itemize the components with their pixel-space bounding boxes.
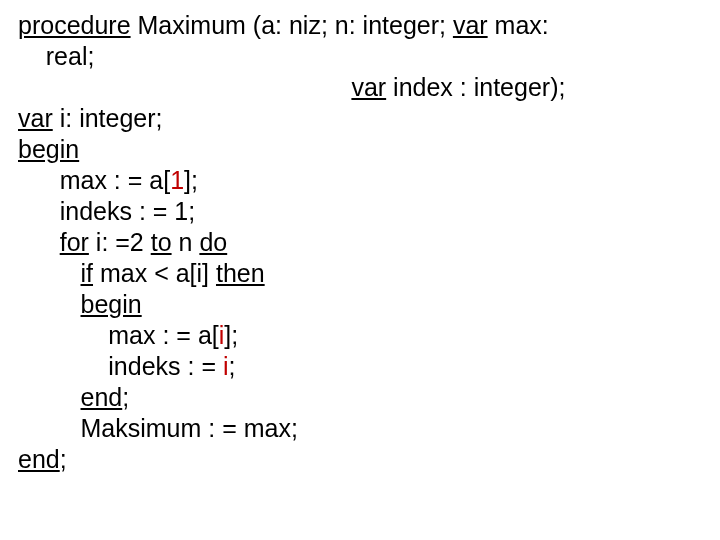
code-text: i: integer; [53,104,163,132]
code-text: indeks : = [18,352,223,380]
code-text: ]; [224,321,238,349]
indent [18,228,60,256]
code-text: max : = a[ [18,321,219,349]
code-text: n [172,228,200,256]
keyword-to: to [151,228,172,256]
keyword-then: then [216,259,265,287]
literal-one: 1 [170,166,184,194]
keyword-end: end [81,383,123,411]
code-text: ; [122,383,129,411]
keyword-begin: begin [18,135,79,163]
keyword-var: var [18,104,53,132]
keyword-for: for [60,228,89,256]
header-text: Maximum (a: niz; n: integer; [131,11,453,39]
code-slide: procedure Maximum (a: niz; n: integer; v… [0,0,720,540]
code-text: max : = a[ [18,166,170,194]
code-text: ]; [184,166,198,194]
code-text: i: =2 [89,228,151,256]
keyword-var: var [351,73,386,101]
keyword-begin: begin [81,290,142,318]
code-text: index : integer); [386,73,565,101]
indent [18,259,81,287]
code-text: ; [60,445,67,473]
indent [18,290,81,318]
keyword-do: do [199,228,227,256]
code-text: ; [229,352,236,380]
keyword-if: if [81,259,94,287]
keyword-procedure: procedure [18,11,131,39]
code-line: real; [18,42,94,70]
keyword-var: var [453,11,488,39]
keyword-end: end [18,445,60,473]
code-text: max < a[i] [93,259,216,287]
code-line: Maksimum : = max; [18,414,298,442]
header-tail: max: [488,11,556,39]
indent [18,383,81,411]
indent [18,73,351,101]
code-line: indeks : = 1; [18,197,195,225]
